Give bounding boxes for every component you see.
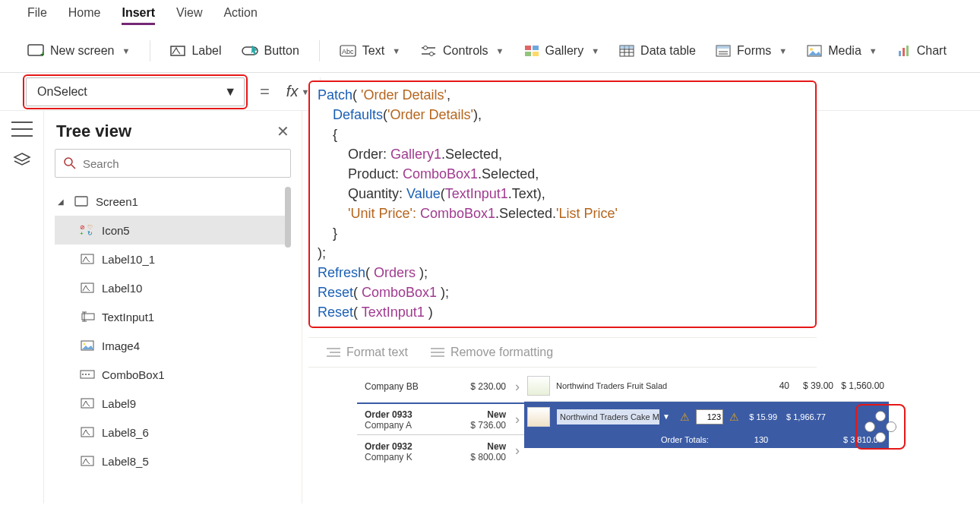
table-icon: [619, 45, 634, 57]
chevron-down-icon: ▼: [659, 409, 673, 425]
tree-item-label: Label9: [102, 397, 136, 410]
order-row[interactable]: Order 0932New Company K$ 800.00 ›: [357, 434, 524, 466]
menu-view[interactable]: View: [176, 6, 202, 25]
product-thumb: [527, 376, 550, 396]
svg-text:+: +: [40, 50, 44, 58]
ribbon: + New screen ▼ Label Button Abc Text ▼ C…: [0, 30, 980, 73]
media-button[interactable]: Media ▼: [807, 44, 877, 58]
label-icon: [79, 396, 96, 410]
warning-icon: ⚠: [729, 411, 739, 423]
label-icon: [79, 454, 96, 468]
format-text-button[interactable]: Format text: [327, 346, 408, 359]
chevron-down-icon: ▼: [591, 46, 599, 55]
hamburger-icon[interactable]: [11, 122, 33, 137]
layers-icon[interactable]: [13, 152, 31, 169]
order-number: Order 0933: [365, 409, 413, 420]
chevron-down-icon: ▼: [869, 46, 877, 55]
order-row[interactable]: Order 0933New Company A$ 736.00 ›: [357, 402, 524, 434]
menu-insert[interactable]: Insert: [122, 6, 155, 25]
menu-home[interactable]: Home: [68, 6, 101, 25]
detail-row[interactable]: Northwind Traders Fruit Salad 40 $ 39.00…: [524, 371, 889, 401]
workspace: Tree view ✕ ◢ Screen1 ⊘♡+↻ Icon5 Label10…: [0, 111, 980, 503]
tree-item-label8-6[interactable]: Label8_6: [55, 418, 291, 447]
forms-button[interactable]: Forms ▼: [716, 44, 787, 58]
order-row[interactable]: Company BB $ 230.00 ›: [357, 371, 524, 402]
tree-item-textinput1[interactable]: TextInput1: [55, 302, 291, 331]
chevron-right-icon: ›: [511, 412, 524, 428]
tree-item-combobox1[interactable]: ComboBox1: [55, 360, 291, 389]
formula-bar[interactable]: Patch( 'Order Details', Defaults('Order …: [308, 80, 817, 328]
close-icon[interactable]: ✕: [277, 122, 289, 140]
totals-qty: 130: [754, 435, 768, 444]
scrollbar[interactable]: [285, 187, 291, 248]
remove-formatting-button[interactable]: Remove formatting: [431, 346, 553, 359]
svg-rect-19: [620, 46, 634, 49]
new-screen-label: New screen: [50, 44, 114, 58]
separator: [319, 40, 320, 62]
data-table-label: Data table: [640, 44, 696, 58]
tree-item-label: Label8_5: [102, 455, 149, 468]
tree-item-image4[interactable]: Image4: [55, 331, 291, 360]
property-dropdown[interactable]: OnSelect ▼: [26, 77, 245, 106]
quantity-input[interactable]: [696, 409, 723, 425]
order-amount: $ 736.00: [470, 420, 506, 431]
svg-text:+: +: [80, 230, 84, 236]
separator: [150, 40, 150, 62]
iconset-icon: ⊘♡+↻: [79, 223, 96, 237]
tree-item-label10[interactable]: Label10: [55, 273, 291, 302]
warning-icon: ⚠: [680, 411, 690, 423]
chevron-down-icon: ▼: [496, 46, 504, 55]
text-btn-label: Text: [362, 44, 384, 58]
button-button[interactable]: Button: [242, 44, 299, 58]
order-number: Order 0932: [365, 441, 413, 452]
combo-value: Northwind Traders Cake Mix: [560, 412, 665, 421]
tree-item-icon5[interactable]: ⊘♡+↻ Icon5: [55, 216, 291, 245]
tree-item-label8-5[interactable]: Label8_5: [55, 447, 291, 475]
gallery-button[interactable]: Gallery ▼: [524, 44, 600, 58]
totals-row: Order Totals: 130 $ 3,810.00: [524, 431, 889, 448]
controls-button[interactable]: Controls ▼: [420, 44, 504, 58]
svg-point-9: [430, 52, 434, 56]
align-icon: [327, 347, 340, 358]
chevron-right-icon: ›: [511, 443, 524, 459]
new-screen-button[interactable]: + New screen ▼: [27, 44, 130, 58]
tree-item-label: Image4: [102, 339, 140, 352]
tree-item-label: Screen1: [96, 195, 138, 208]
svg-rect-38: [82, 314, 94, 320]
media-icon: [807, 45, 822, 57]
search-input[interactable]: [83, 157, 283, 170]
totals-label: Order Totals:: [661, 435, 709, 444]
product-name: Northwind Traders Fruit Salad: [556, 381, 760, 390]
data-table-button[interactable]: Data table: [619, 44, 696, 58]
order-status: New: [487, 409, 506, 420]
product-thumb: [527, 407, 550, 427]
label-icon: [79, 252, 96, 266]
expander-icon[interactable]: ◢: [58, 197, 67, 206]
svg-point-46: [85, 374, 87, 375]
svg-rect-13: [533, 52, 539, 56]
button-icon: [242, 44, 258, 58]
label-button[interactable]: Label: [170, 44, 221, 58]
tree-item-label9[interactable]: Label9: [55, 389, 291, 418]
textinput-icon: [79, 310, 96, 324]
menu-file[interactable]: File: [27, 6, 47, 25]
tree-item-screen1[interactable]: ◢ Screen1: [55, 187, 291, 216]
tree-item-label10-1[interactable]: Label10_1: [55, 245, 291, 273]
svg-text:Abc: Abc: [342, 48, 354, 55]
order-company: Company BB: [365, 381, 419, 392]
gallery-btn-label: Gallery: [545, 44, 584, 58]
chevron-right-icon: ›: [511, 379, 524, 395]
search-box[interactable]: [55, 149, 291, 178]
menu-action[interactable]: Action: [223, 6, 257, 25]
svg-point-45: [82, 374, 84, 375]
product-combobox[interactable]: Northwind Traders Cake Mix ▼: [556, 409, 674, 425]
text-button[interactable]: Abc Text ▼: [340, 44, 400, 58]
chart-button[interactable]: Chart: [897, 44, 947, 58]
detail-row-selected[interactable]: Northwind Traders Cake Mix ▼ ⚠ ⚠ $ 15.99…: [524, 401, 889, 431]
text-icon: Abc: [340, 45, 356, 57]
tree-header: Tree view ✕: [55, 118, 291, 149]
property-value: OnSelect: [37, 85, 87, 99]
chevron-down-icon: ▼: [779, 46, 787, 55]
add-icon-handle[interactable]: +: [855, 404, 906, 450]
equals-label: =: [254, 82, 276, 102]
